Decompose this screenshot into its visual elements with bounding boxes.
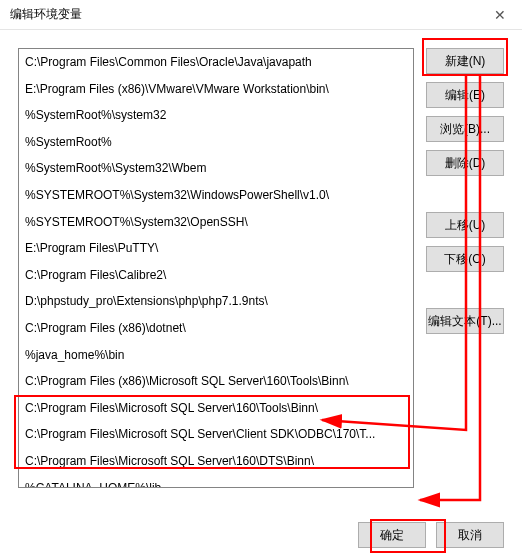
list-item[interactable]: D:\phpstudy_pro\Extensions\php\php7.1.9n… [19,288,413,315]
side-buttons: 新建(N) 编辑(E) 浏览(B)... 删除(D) 上移(U) 下移(O) 编… [426,48,504,334]
edit-text-button[interactable]: 编辑文本(T)... [426,308,504,334]
list-item[interactable]: E:\Program Files\PuTTY\ [19,235,413,262]
dialog-footer: 确定 取消 [358,522,504,548]
list-item[interactable]: C:\Program Files\Microsoft SQL Server\Cl… [19,421,413,448]
list-item[interactable]: C:\Program Files\Microsoft SQL Server\16… [19,448,413,475]
list-item[interactable]: C:\Program Files\Calibre2\ [19,262,413,289]
ok-button[interactable]: 确定 [358,522,426,548]
move-up-button[interactable]: 上移(U) [426,212,504,238]
list-item[interactable]: %SystemRoot%\system32 [19,102,413,129]
browse-button[interactable]: 浏览(B)... [426,116,504,142]
list-item[interactable]: C:\Program Files (x86)\dotnet\ [19,315,413,342]
list-item[interactable]: E:\Program Files (x86)\VMware\VMware Wor… [19,76,413,103]
list-item[interactable]: %SystemRoot%\System32\Wbem [19,155,413,182]
window-title: 编辑环境变量 [10,6,82,23]
list-item[interactable]: %java_home%\bin [19,342,413,369]
move-down-button[interactable]: 下移(O) [426,246,504,272]
path-list[interactable]: C:\Program Files\Common Files\Oracle\Jav… [18,48,414,488]
list-item[interactable]: %CATALINA_HOME%\lib [19,475,413,489]
delete-button[interactable]: 删除(D) [426,150,504,176]
list-item[interactable]: %SYSTEMROOT%\System32\WindowsPowerShell\… [19,182,413,209]
new-button[interactable]: 新建(N) [426,48,504,74]
list-item[interactable]: C:\Program Files\Common Files\Oracle\Jav… [19,49,413,76]
titlebar: 编辑环境变量 ✕ [0,0,522,30]
list-item[interactable]: %SystemRoot% [19,129,413,156]
list-item[interactable]: C:\Program Files (x86)\Microsoft SQL Ser… [19,368,413,395]
cancel-button[interactable]: 取消 [436,522,504,548]
edit-button[interactable]: 编辑(E) [426,82,504,108]
list-item[interactable]: C:\Program Files\Microsoft SQL Server\16… [19,395,413,422]
list-item[interactable]: %SYSTEMROOT%\System32\OpenSSH\ [19,209,413,236]
close-icon[interactable]: ✕ [486,7,514,23]
